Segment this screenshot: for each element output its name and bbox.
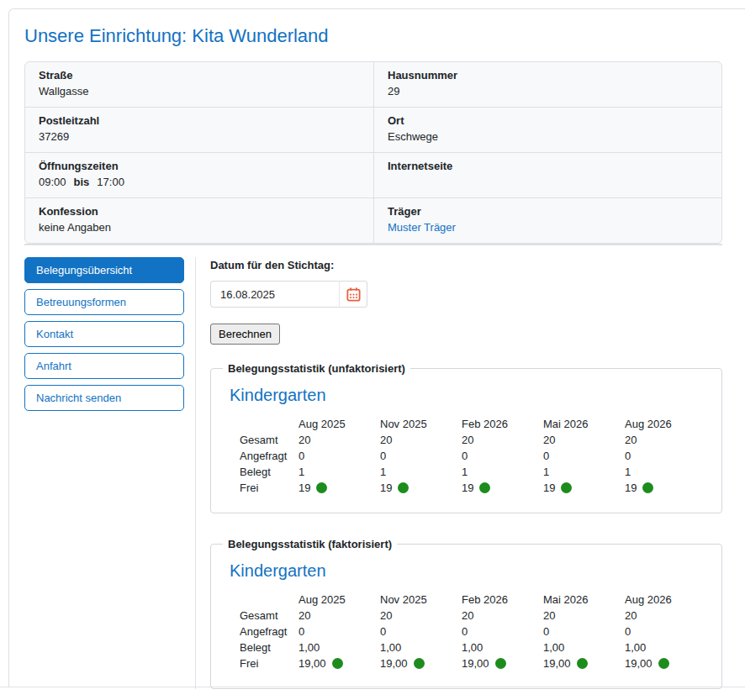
stats-row-angefragt: Angefragt 0 0 0 0 0 [240,448,706,464]
stats-value-text: 19,00 [543,657,571,670]
field-label: Öffnungszeiten [39,160,360,173]
opening-to: 17:00 [97,176,124,188]
info-field-oeffnungszeiten: Öffnungszeiten 09:00bis17:00 [25,153,373,198]
status-dot-green [561,482,572,493]
status-dot-green [495,658,506,669]
stats-value: 0 [299,448,380,464]
stats-row-label: Gesamt [240,608,299,624]
stats-value: 20 [543,608,625,624]
stats-row-label: Gesamt [240,432,299,448]
page-title: Unsere Einrichtung: Kita Wunderland [24,25,722,47]
stats-value: 20 [299,432,380,448]
stats-value-text: 19,00 [625,657,653,670]
status-dot-green [577,658,588,669]
sidebar-item-kontakt[interactable]: Kontakt [24,321,184,347]
stats-col-header: Feb 2026 [462,416,543,432]
stats-value: 20 [462,608,543,624]
stats-value: 0 [380,624,462,639]
footer-divider [0,687,745,687]
status-dot-green [332,658,343,669]
stats-value: 0 [625,624,706,639]
date-label: Datum für den Stichtag: [210,259,722,272]
stats-value: 19 [625,480,706,496]
stats-fieldset-faktorisiert: Belegungsstatistik (faktorisiert) Kinder… [210,538,722,689]
sidebar-item-belegungsuebersicht[interactable]: Belegungsübersicht [24,257,184,283]
status-dot-green [398,482,409,493]
info-field-strasse: Straße Wallgasse [25,62,373,108]
stats-value: 0 [462,624,543,639]
stats-value: 1 [625,464,706,480]
stats-value: 0 [543,624,625,639]
stats-table: Aug 2025 Nov 2025 Feb 2026 Mai 2026 Aug … [240,416,706,496]
stats-value: 1,00 [462,639,543,655]
info-field-traeger: Träger Muster Träger [373,198,721,243]
field-label: Hausnummer [388,69,708,82]
stats-col-header: Nov 2025 [380,416,462,432]
stats-header-row: Aug 2025 Nov 2025 Feb 2026 Mai 2026 Aug … [240,416,706,432]
stats-value-text: 19 [380,482,392,494]
traeger-link[interactable]: Muster Träger [388,221,456,234]
divider [24,245,722,245]
sidebar-item-anfahrt[interactable]: Anfahrt [24,353,184,379]
stats-value: 19 [462,480,543,496]
sidebar-nav: Belegungsübersicht Betreuungsformen Kont… [24,257,195,689]
sidebar-item-betreuungsformen[interactable]: Betreuungsformen [24,289,184,315]
date-input[interactable] [210,281,340,308]
stats-value: 1,00 [380,639,462,655]
stats-value: 1 [543,464,625,480]
calendar-picker-button[interactable] [340,281,367,308]
stats-row-label: Angefragt [240,448,299,464]
occupancy-panel: Datum für den Stichtag: [210,257,722,689]
main-area: Belegungsübersicht Betreuungsformen Kont… [24,257,722,699]
stats-value: 1 [299,464,380,480]
field-label: Träger [388,205,708,218]
stats-value: 19,00 [380,655,462,671]
field-value: 09:00bis17:00 [39,176,360,189]
field-label: Ort [388,114,708,128]
stats-value: 1,00 [543,639,625,655]
stats-value: 1 [380,464,462,480]
group-title-kindergarten: Kindergarten [230,561,711,581]
stats-value-text: 19,00 [462,657,489,670]
stats-value: 19 [299,480,380,496]
stats-value-text: 19 [462,482,473,494]
facility-info-table: Straße Wallgasse Hausnummer 29 Postleitz… [24,61,722,244]
stats-value: 20 [543,432,625,448]
stats-value: 0 [299,624,380,639]
stats-value: 1,00 [299,639,380,655]
stats-row-label: Belegt [240,464,299,480]
field-value: Muster Träger [388,221,708,234]
stats-value-text: 19 [299,482,310,494]
content-wrap: Unsere Einrichtung: Kita Wunderland Stra… [24,25,722,699]
stats-row-frei: Frei 19 19 19 19 19 [240,480,706,496]
stats-row-belegt: Belegt 1,00 1,00 1,00 1,00 1,00 [240,639,706,655]
stats-col-header: Feb 2026 [462,592,543,608]
group-title-kindergarten: Kindergarten [230,386,711,405]
stats-header-row: Aug 2025 Nov 2025 Feb 2026 Mai 2026 Aug … [240,592,706,608]
field-value: 37269 [39,130,360,144]
stats-value-text: 19 [625,482,637,494]
stats-value: 19,00 [625,655,706,671]
stats-value: 0 [462,448,543,464]
stats-col-header: Aug 2026 [625,592,706,608]
stats-col-header: Aug 2026 [625,416,706,432]
stats-value: 19,00 [543,655,625,671]
stats-value: 1,00 [625,639,706,655]
stats-col-header: Mai 2026 [543,592,625,608]
stats-value-text: 19,00 [380,657,408,670]
stats-value: 1 [462,464,543,480]
stats-row-label: Belegt [240,639,299,655]
facility-page-card: Unsere Einrichtung: Kita Wunderland Stra… [8,8,745,687]
calculate-button[interactable]: Berechnen [210,324,280,345]
stats-header-spacer [240,416,299,432]
status-dot-green [479,482,490,493]
date-input-group [210,281,367,308]
info-field-hausnummer: Hausnummer 29 [373,62,721,108]
sidebar-item-nachricht-senden[interactable]: Nachricht senden [24,385,184,411]
vertical-divider [195,257,196,689]
field-value: Eschwege [388,130,708,144]
stats-value-text: 19,00 [299,657,326,670]
info-field-ort: Ort Eschwege [373,108,721,153]
stats-value: 20 [625,608,706,624]
stats-header-spacer [240,592,299,608]
